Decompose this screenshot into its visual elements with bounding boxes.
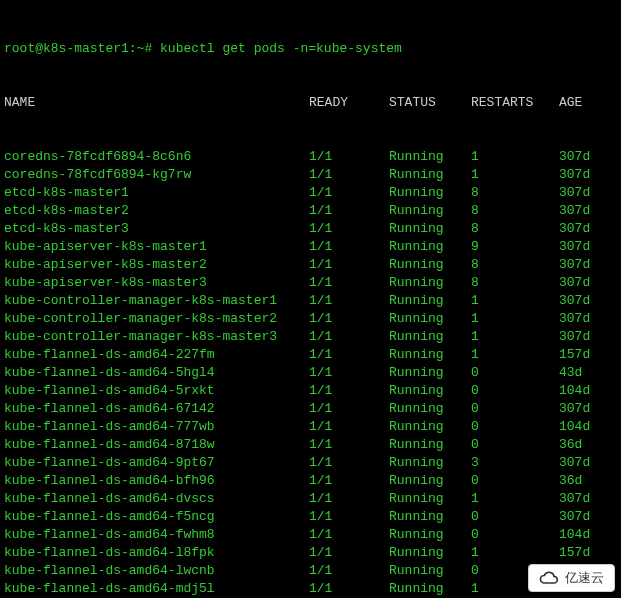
table-row: kube-flannel-ds-amd64-671421/1Running030… (4, 400, 617, 418)
cell-age: 43d (559, 364, 582, 382)
table-row: kube-flannel-ds-amd64-777wb1/1Running010… (4, 418, 617, 436)
table-row: kube-controller-manager-k8s-master21/1Ru… (4, 310, 617, 328)
cell-restarts: 8 (471, 220, 559, 238)
col-header-restarts: RESTARTS (471, 94, 559, 112)
cell-name: kube-flannel-ds-amd64-l8fpk (4, 544, 309, 562)
table-row: kube-flannel-ds-amd64-f5ncg1/1Running030… (4, 508, 617, 526)
cell-ready: 1/1 (309, 472, 389, 490)
cell-status: Running (389, 436, 471, 454)
cell-ready: 1/1 (309, 508, 389, 526)
cell-restarts: 1 (471, 544, 559, 562)
table-row: kube-apiserver-k8s-master11/1Running9307… (4, 238, 617, 256)
table-row: kube-flannel-ds-amd64-l8fpk1/1Running115… (4, 544, 617, 562)
cell-restarts: 1 (471, 310, 559, 328)
cell-age: 104d (559, 382, 590, 400)
table-row: kube-apiserver-k8s-master31/1Running8307… (4, 274, 617, 292)
table-row: kube-flannel-ds-amd64-lwcnb1/1Running043… (4, 562, 617, 580)
cell-ready: 1/1 (309, 526, 389, 544)
cell-status: Running (389, 166, 471, 184)
cell-restarts: 3 (471, 454, 559, 472)
cell-status: Running (389, 256, 471, 274)
cell-age: 307d (559, 166, 590, 184)
cell-status: Running (389, 400, 471, 418)
cell-status: Running (389, 544, 471, 562)
table-row: etcd-k8s-master11/1Running8307d (4, 184, 617, 202)
terminal-output[interactable]: root@k8s-master1:~# kubectl get pods -n=… (0, 0, 621, 598)
shell-prompt: root@k8s-master1:~# (4, 41, 160, 56)
cell-age: 104d (559, 526, 590, 544)
cell-ready: 1/1 (309, 382, 389, 400)
cell-restarts: 0 (471, 382, 559, 400)
cell-name: kube-controller-manager-k8s-master2 (4, 310, 309, 328)
cell-restarts: 0 (471, 472, 559, 490)
cell-name: kube-flannel-ds-amd64-f5ncg (4, 508, 309, 526)
cell-age: 307d (559, 454, 590, 472)
cell-ready: 1/1 (309, 436, 389, 454)
cell-status: Running (389, 418, 471, 436)
cell-status: Running (389, 346, 471, 364)
cell-restarts: 8 (471, 256, 559, 274)
table-row: kube-flannel-ds-amd64-5hgl41/1Running043… (4, 364, 617, 382)
cell-restarts: 1 (471, 166, 559, 184)
cell-name: kube-flannel-ds-amd64-lwcnb (4, 562, 309, 580)
cell-ready: 1/1 (309, 364, 389, 382)
cell-name: kube-apiserver-k8s-master3 (4, 274, 309, 292)
cell-status: Running (389, 562, 471, 580)
cell-name: kube-apiserver-k8s-master1 (4, 238, 309, 256)
cell-status: Running (389, 184, 471, 202)
cell-ready: 1/1 (309, 238, 389, 256)
cell-ready: 1/1 (309, 328, 389, 346)
cell-name: kube-flannel-ds-amd64-8718w (4, 436, 309, 454)
col-header-status: STATUS (389, 94, 471, 112)
cell-status: Running (389, 364, 471, 382)
table-header: NAMEREADYSTATUSRESTARTSAGE (4, 94, 617, 112)
cell-ready: 1/1 (309, 148, 389, 166)
cell-status: Running (389, 220, 471, 238)
cell-status: Running (389, 382, 471, 400)
cell-status: Running (389, 292, 471, 310)
cell-restarts: 8 (471, 274, 559, 292)
cell-ready: 1/1 (309, 166, 389, 184)
provider-badge[interactable]: 亿速云 (528, 564, 615, 592)
cell-restarts: 8 (471, 184, 559, 202)
cell-name: kube-flannel-ds-amd64-bfh96 (4, 472, 309, 490)
cell-ready: 1/1 (309, 544, 389, 562)
table-row: kube-flannel-ds-amd64-bfh961/1Running036… (4, 472, 617, 490)
cell-name: kube-flannel-ds-amd64-9pt67 (4, 454, 309, 472)
table-row: coredns-78fcdf6894-8c6n61/1Running1307d (4, 148, 617, 166)
table-row: etcd-k8s-master21/1Running8307d (4, 202, 617, 220)
table-row: kube-flannel-ds-amd64-9pt671/1Running330… (4, 454, 617, 472)
cell-status: Running (389, 328, 471, 346)
cell-name: kube-flannel-ds-amd64-5rxkt (4, 382, 309, 400)
cell-restarts: 9 (471, 238, 559, 256)
provider-badge-text: 亿速云 (565, 569, 604, 587)
cell-status: Running (389, 454, 471, 472)
cell-restarts: 1 (471, 346, 559, 364)
cell-name: kube-flannel-ds-amd64-5hgl4 (4, 364, 309, 382)
cell-ready: 1/1 (309, 184, 389, 202)
cell-status: Running (389, 202, 471, 220)
cell-restarts: 0 (471, 436, 559, 454)
cell-status: Running (389, 580, 471, 598)
cell-name: kube-apiserver-k8s-master2 (4, 256, 309, 274)
cell-age: 157d (559, 544, 590, 562)
cell-status: Running (389, 508, 471, 526)
cell-age: 307d (559, 400, 590, 418)
table-row: kube-flannel-ds-amd64-mdj5l1/1Running130… (4, 580, 617, 598)
cell-age: 307d (559, 148, 590, 166)
cell-name: kube-flannel-ds-amd64-227fm (4, 346, 309, 364)
cell-name: kube-controller-manager-k8s-master3 (4, 328, 309, 346)
col-header-age: AGE (559, 94, 582, 112)
cell-status: Running (389, 274, 471, 292)
cell-status: Running (389, 238, 471, 256)
table-row: kube-flannel-ds-amd64-dvscs1/1Running130… (4, 490, 617, 508)
cell-status: Running (389, 526, 471, 544)
cell-ready: 1/1 (309, 274, 389, 292)
cell-name: etcd-k8s-master2 (4, 202, 309, 220)
cell-age: 307d (559, 220, 590, 238)
cell-name: kube-flannel-ds-amd64-67142 (4, 400, 309, 418)
table-row: kube-apiserver-k8s-master21/1Running8307… (4, 256, 617, 274)
table-row: coredns-78fcdf6894-kg7rw1/1Running1307d (4, 166, 617, 184)
cell-restarts: 1 (471, 328, 559, 346)
cell-status: Running (389, 472, 471, 490)
